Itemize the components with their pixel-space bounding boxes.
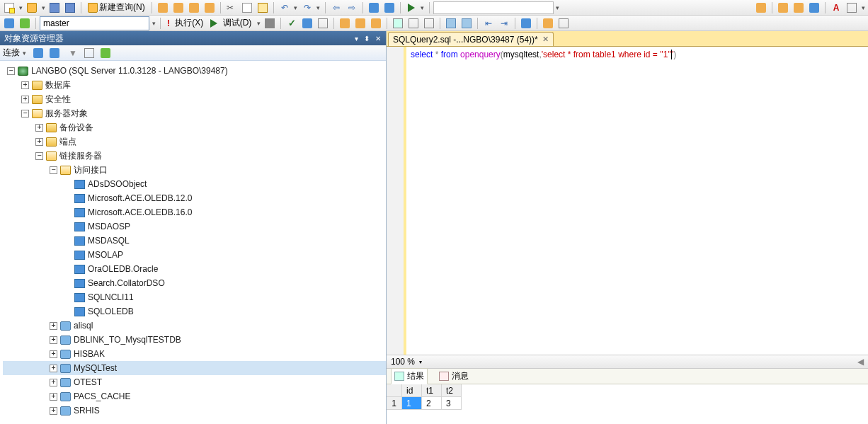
tree-provider[interactable]: MSDASQL [3, 234, 386, 248]
tree-security[interactable]: +安全性 [3, 92, 386, 106]
dropdown-icon[interactable]: ▾ [18, 4, 23, 11]
expand-icon[interactable]: + [50, 379, 57, 386]
tool-icon[interactable] [367, 1, 381, 14]
redo-icon[interactable]: ↷ [300, 1, 314, 14]
tree-endpoints[interactable]: +端点 [3, 134, 386, 149]
tool-icon[interactable] [187, 1, 201, 14]
new-project-icon[interactable] [2, 1, 16, 14]
tree-providers[interactable]: −访问接口 [3, 163, 386, 177]
nav-back-icon[interactable]: ⇦ [329, 1, 343, 14]
file-tab[interactable]: SQLQuery2.sql -...NGBO\39487 (54))* ✕ [388, 32, 554, 46]
results-grid-icon[interactable] [391, 17, 405, 30]
tree-linked-server-selected[interactable]: +MySQLTest [3, 361, 386, 375]
object-explorer-tree[interactable]: −LANGBO (SQL Server 11.0.3128 - LANGBO\3… [0, 61, 386, 424]
expand-icon[interactable]: + [21, 96, 29, 103]
tree-provider[interactable]: OraOLEDB.Oracle [3, 262, 386, 276]
tree-linked-server[interactable]: +SRHIS [3, 403, 386, 418]
dropdown-icon[interactable]: ▾ [555, 4, 561, 11]
close-icon[interactable]: ✕ [373, 35, 383, 42]
results-grid[interactable]: id t1 t2 1 1 2 3 [387, 384, 868, 424]
undo-icon[interactable]: ↶ [278, 1, 292, 14]
tool-icon[interactable] [353, 17, 367, 30]
tool-icon[interactable] [202, 1, 217, 14]
collapse-icon[interactable]: − [35, 152, 43, 160]
dropdown-icon[interactable]: ▾ [353, 35, 360, 42]
nav-fwd-icon[interactable]: ⇨ [345, 1, 359, 14]
open-file-icon[interactable] [25, 1, 39, 14]
outdent-icon[interactable]: ⇥ [497, 17, 511, 30]
tool-icon[interactable] [382, 1, 396, 14]
tree-backup-devices[interactable]: +备份设备 [3, 120, 386, 134]
tree-linked-server[interactable]: +DBLINK_TO_MysqlTESTDB [3, 333, 386, 347]
tool-icon[interactable] [776, 1, 790, 14]
tool-icon[interactable] [845, 1, 859, 14]
collapse-icon[interactable]: − [50, 166, 57, 174]
cut-icon[interactable]: ✂ [224, 1, 239, 14]
collapse-icon[interactable]: − [7, 67, 15, 75]
dropdown-icon[interactable]: ▾ [256, 20, 261, 27]
tree-linked-server[interactable]: +HISBAK [3, 347, 386, 361]
dropdown-icon[interactable]: ▾ [420, 4, 426, 11]
tree-provider[interactable]: ADsDSOObject [3, 177, 386, 191]
tab-results[interactable]: 结果 [391, 368, 428, 384]
execute-button[interactable]: ! 执行(X) [164, 17, 206, 29]
expand-icon[interactable]: + [21, 81, 29, 89]
expand-icon[interactable]: + [50, 336, 57, 344]
grid-col-header[interactable]: t1 [422, 384, 442, 397]
dropdown-icon[interactable]: ▾ [40, 4, 46, 11]
close-icon[interactable]: ✕ [542, 35, 549, 44]
sql-code[interactable]: select * from openquery(mysqltest,'selec… [406, 47, 680, 355]
dropdown-icon[interactable]: ▾ [151, 20, 156, 27]
expand-icon[interactable]: + [50, 407, 57, 415]
tool-icon[interactable] [18, 17, 32, 30]
pin-icon[interactable]: ⬍ [362, 35, 372, 42]
dropdown-icon[interactable]: ▾ [860, 4, 866, 11]
expand-icon[interactable]: + [35, 138, 43, 146]
stop-icon[interactable] [263, 17, 277, 30]
tree-provider[interactable]: MSOLAP [3, 248, 386, 262]
tool-icon[interactable] [541, 17, 555, 30]
indent-icon[interactable]: ⇤ [481, 17, 496, 30]
dropdown-icon[interactable]: ▾ [419, 359, 422, 365]
tree-databases[interactable]: +数据库 [3, 78, 386, 92]
tree-server-objects[interactable]: −服务器对象 [3, 106, 386, 120]
tool-icon[interactable] [316, 17, 330, 30]
results-text-icon[interactable] [406, 17, 421, 30]
copy-icon[interactable] [240, 1, 254, 14]
expand-icon[interactable]: + [50, 365, 57, 372]
tree-server-root[interactable]: −LANGBO (SQL Server 11.0.3128 - LANGBO\3… [3, 64, 386, 78]
save-all-icon[interactable] [63, 1, 77, 14]
dropdown-icon[interactable]: ▾ [293, 4, 299, 11]
tree-provider[interactable]: Search.CollatorDSO [3, 276, 386, 290]
tool-icon[interactable] [156, 1, 170, 14]
connect-button[interactable]: 连接 ▾ [3, 47, 27, 59]
tree-linked-servers[interactable]: −链接服务器 [3, 149, 386, 163]
tool-icon[interactable] [2, 17, 16, 30]
expand-icon[interactable]: + [50, 322, 57, 330]
collapse-icon[interactable]: − [21, 110, 29, 118]
expand-icon[interactable]: + [50, 350, 57, 358]
parse-icon[interactable]: ✓ [285, 17, 299, 30]
grid-col-header[interactable]: t2 [442, 384, 462, 397]
tool-icon[interactable] [754, 1, 768, 14]
zoom-level[interactable]: 100 % [391, 357, 415, 367]
grid-cell[interactable]: 2 [422, 397, 442, 410]
tool-icon[interactable] [47, 47, 62, 59]
tool-icon[interactable] [807, 1, 821, 14]
uncomment-icon[interactable] [459, 17, 474, 30]
new-query-button[interactable]: 新建查询(N) [85, 1, 148, 13]
tree-provider[interactable]: SQLOLEDB [3, 304, 386, 319]
tool-icon[interactable] [556, 17, 571, 30]
tree-provider[interactable]: Microsoft.ACE.OLEDB.12.0 [3, 191, 386, 205]
tool-icon[interactable] [792, 1, 806, 14]
expand-icon[interactable]: + [50, 393, 57, 401]
tree-linked-server[interactable]: +PACS_CACHE [3, 389, 386, 403]
tool-icon[interactable] [300, 17, 314, 30]
paste-icon[interactable] [256, 1, 270, 14]
debug-button[interactable]: 调试(D) [207, 17, 254, 29]
expand-icon[interactable]: + [35, 124, 43, 132]
sql-editor[interactable]: select * from openquery(mysqltest,'selec… [387, 47, 868, 355]
tree-linked-server[interactable]: +OTEST [3, 375, 386, 389]
tool-icon[interactable] [369, 17, 383, 30]
grid-row-header[interactable]: 1 [387, 397, 402, 410]
